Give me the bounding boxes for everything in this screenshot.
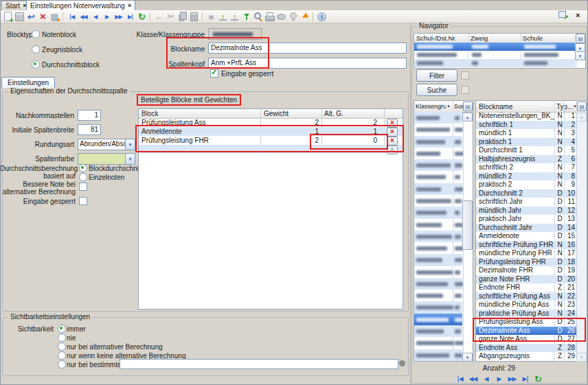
klassengruppe-row[interactable] [414, 124, 462, 135]
scroll-down-icon[interactable] [462, 353, 473, 362]
radio-immer[interactable] [58, 325, 66, 333]
fast-back-icon[interactable] [468, 373, 477, 384]
blockname-input[interactable]: Dezimalnote Ass [208, 43, 407, 54]
delete-row-icon[interactable]: × [387, 128, 398, 137]
tab-einstellungen[interactable]: Einstellungen [1, 77, 55, 88]
klassengruppe-row[interactable] [414, 278, 462, 290]
block-row[interactable]: Durchschnitt 1D5 [476, 146, 576, 155]
eingabe-gesperrt2-checkbox[interactable] [79, 197, 87, 205]
block-row[interactable]: schriftlich JahrD11 [476, 198, 576, 207]
col-block[interactable]: Block [142, 110, 158, 117]
block-row[interactable]: AbgangszeugnisZ29 [476, 352, 576, 361]
klassengruppe-row[interactable] [414, 148, 462, 159]
rundungsart-select[interactable]: Abrunden/Abschneiden [78, 139, 135, 150]
block-row[interactable]: Dezimalnote FHRD19 [476, 266, 576, 275]
bessere-note-checkbox[interactable] [79, 183, 87, 191]
klassengruppe-row[interactable] [414, 242, 462, 254]
klassengruppe-row[interactable] [414, 254, 462, 266]
tab-einstellungen-notenverwaltung[interactable]: Einstellungen Notenverwaltung × [26, 0, 135, 10]
forward-icon[interactable] [495, 373, 504, 384]
block-row[interactable]: schriftliche Prüfung AssN22 [476, 292, 576, 301]
klassengruppe-row[interactable] [414, 314, 462, 325]
tab-close-icon[interactable]: × [128, 3, 131, 9]
filter-checkbox[interactable] [461, 71, 469, 80]
block-row[interactable]: schriftliche Prüfung FHRN16 [476, 241, 576, 250]
block-row[interactable]: HalbjahreszeugnisZ6 [476, 155, 576, 164]
block-row[interactable]: mündliche Prüfung FHRN17 [476, 249, 576, 258]
klassengruppe-row[interactable] [414, 159, 462, 171]
radio-einzelnoten[interactable] [79, 173, 87, 181]
delete-row-icon[interactable]: × [387, 119, 398, 128]
cell-altg[interactable]: 2 [321, 118, 380, 127]
block-row[interactable]: praktische Prüfung AssN24 [476, 310, 576, 318]
column-config-icon[interactable] [577, 102, 587, 111]
block-row[interactable]: praktisch 2N9 [476, 180, 576, 189]
suche-button[interactable]: Suche [416, 84, 457, 96]
klassengruppe-row[interactable] [414, 231, 462, 242]
weights-row[interactable]: Prüfungsleistung FHR 2 0 [139, 136, 403, 145]
cell-altg[interactable]: 0 [321, 136, 380, 145]
block-row[interactable]: praktisch JahrD13 [476, 215, 576, 224]
chevron-down-icon[interactable] [125, 139, 135, 150]
klassengruppe-row[interactable] [414, 183, 462, 195]
block-row[interactable]: ganze Note FHRD20 [476, 275, 576, 284]
klassengruppe-row[interactable] [414, 349, 462, 361]
radio-nur-bei-alternativer[interactable] [58, 342, 66, 351]
klassengruppe-row[interactable] [414, 301, 462, 313]
faecher-picker-icon[interactable] [399, 360, 405, 366]
fast-forward-icon[interactable] [508, 373, 517, 384]
klassengruppe-row[interactable] [414, 112, 462, 124]
radio-zeugnisblock[interactable] [32, 45, 40, 54]
radio-bestimmte-faecher[interactable] [58, 360, 66, 369]
block-row[interactable]: Prüfungsleistung AssD25 [476, 318, 576, 327]
cell-gewicht[interactable]: 2 [260, 136, 321, 145]
block-row[interactable]: praktisch 1N4 [476, 138, 576, 147]
klassengruppe-row[interactable] [414, 195, 462, 207]
scroll-down-icon[interactable] [575, 51, 585, 60]
klassengruppe-row[interactable] [414, 337, 462, 349]
scrollbar-thumb[interactable] [462, 200, 473, 250]
filter-button[interactable]: Filter [416, 69, 457, 82]
klassengruppe-row[interactable] [414, 325, 462, 337]
radio-blockdurchschnitten[interactable] [79, 164, 87, 172]
block-row[interactable]: Durchschnitt JahrD14 [476, 224, 576, 233]
back-icon[interactable] [482, 373, 490, 384]
radio-nie[interactable] [58, 334, 66, 342]
column-config-icon[interactable] [463, 102, 473, 111]
klassengruppe-row[interactable] [414, 207, 462, 218]
block-row[interactable]: Noteneinstellungen_BK_Pruef...N1 [476, 112, 576, 121]
block-row[interactable]: Durchschnitt 2D10 [476, 189, 576, 198]
refresh-icon[interactable] [534, 373, 543, 384]
klassengruppe-row[interactable] [414, 266, 462, 278]
weights-row[interactable]: Prüfungsleistung Ass 2 2 [139, 118, 403, 127]
klassengruppe-row[interactable] [414, 290, 462, 301]
block-row[interactable]: mündliche Prüfung AssN23 [476, 301, 576, 310]
column-config-icon[interactable] [576, 34, 585, 43]
weights-row-empty[interactable] [139, 145, 403, 153]
block-row[interactable]: schriftlich 1N2 [476, 121, 576, 130]
col-altg[interactable]: Alt. G. [324, 110, 343, 117]
scroll-up-icon[interactable] [462, 113, 473, 121]
spaltenfarbe-select[interactable] [78, 153, 135, 165]
delete-row-icon[interactable]: × [387, 137, 398, 145]
faecher-input[interactable] [120, 359, 398, 369]
block-row[interactable]: Dezimalnote AssD26 [476, 327, 576, 336]
klassengruppe-row[interactable] [414, 171, 462, 183]
cell-gewicht[interactable]: 1 [260, 127, 321, 136]
weights-row[interactable]: Anmeldenote 1 1 [139, 127, 403, 136]
cell-altg[interactable]: 1 [321, 127, 380, 136]
radio-notenblock[interactable] [32, 30, 40, 38]
suche-checkbox[interactable] [461, 86, 469, 94]
block-row[interactable]: mündlich 1N3 [476, 129, 576, 138]
spaltenkopf-input[interactable]: Anm +PrfL Ass [208, 58, 407, 69]
block-row[interactable]: schriftlich 2N7 [476, 163, 576, 172]
block-row[interactable]: ganze Note AssD27 [476, 335, 576, 344]
block-row[interactable]: Endnote FHRZ21 [476, 283, 576, 292]
klassengruppe-row[interactable] [414, 136, 462, 148]
school-row[interactable] [414, 43, 575, 51]
spaltenbreite-input[interactable]: 81 [78, 124, 101, 135]
school-row[interactable] [414, 59, 575, 67]
block-row[interactable]: Prüfungsleistung FHRD18 [476, 258, 576, 267]
klassengruppe-row[interactable] [414, 219, 462, 231]
last-icon[interactable] [521, 373, 530, 384]
